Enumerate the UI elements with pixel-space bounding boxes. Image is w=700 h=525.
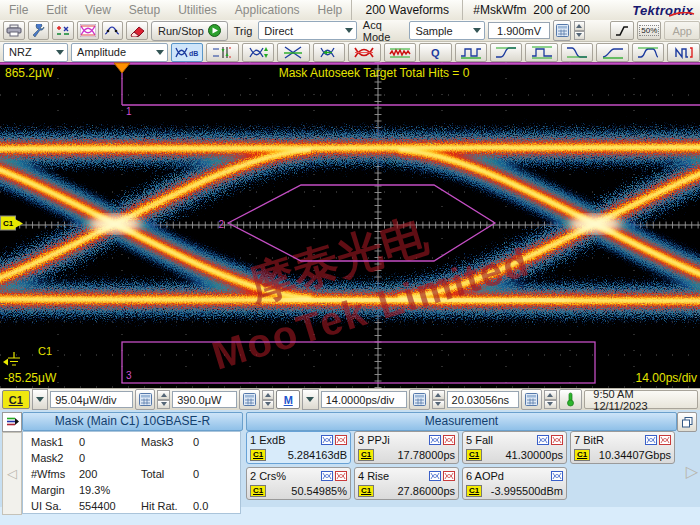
eye-amplitude-button[interactable]: [242, 43, 274, 62]
crossing-percent-button[interactable]: [277, 43, 309, 62]
horizontal-position-keypad-button[interactable]: [521, 389, 542, 410]
print-button[interactable]: [3, 21, 25, 40]
slope-button[interactable]: [610, 21, 634, 40]
eye-stat-red-icon[interactable]: [659, 435, 671, 445]
acq-mode-value: Sample: [415, 25, 452, 37]
waveform-cursor-button[interactable]: [102, 21, 124, 40]
noise-button[interactable]: [384, 43, 416, 62]
stat-label: UI Sa.: [31, 499, 79, 513]
vertical-scale-keypad-button[interactable]: [135, 389, 156, 410]
measurement-cell-ppji[interactable]: 3 PPJi C117.78000ps: [354, 431, 459, 464]
menu-setup[interactable]: Setup: [120, 3, 169, 17]
measurement-cell-fall[interactable]: 5 Fall C141.30000ps: [462, 431, 567, 464]
measurement-cell-aopd[interactable]: 6 AOPd C1-3.995500dBm: [462, 467, 567, 500]
eye-stat-red-icon[interactable]: [443, 435, 455, 445]
eye-stat-blue-icon[interactable]: [429, 471, 441, 481]
menu-utilities[interactable]: Utilities: [169, 3, 226, 17]
fall-edge-icon: [566, 46, 588, 59]
signal-type-dropdown[interactable]: NRZ: [3, 43, 68, 62]
overshoot-button[interactable]: [596, 43, 628, 62]
extinction-ratio-db-button[interactable]: dB: [171, 43, 203, 62]
horizontal-scale-field[interactable]: 14.0000ps/div: [321, 391, 407, 408]
jitter-pp-button[interactable]: [455, 43, 487, 62]
measurement-cell-rise[interactable]: 4 Rise C127.86000ps: [354, 467, 459, 500]
app-button[interactable]: App: [664, 21, 700, 40]
eye-stat-blue-icon[interactable]: [321, 435, 333, 445]
measurement-name: 2 Crs%: [250, 470, 286, 482]
waveform-display[interactable]: 摩泰光电 MooTek Limited 1 2 3: [0, 62, 700, 388]
calculator-icon: [556, 24, 569, 37]
chevron-right-icon: ▷: [686, 463, 698, 480]
panel-menu-button[interactable]: [2, 412, 22, 432]
eye-width-button[interactable]: [313, 43, 345, 62]
trigger-level-field[interactable]: 1.900mV: [488, 22, 550, 39]
measurement-cell-crs[interactable]: 2 Crs% C150.54985%: [246, 467, 351, 500]
menu-view[interactable]: View: [76, 3, 120, 17]
horizontal-position-field[interactable]: 20.03056ns: [447, 391, 520, 408]
clear-button[interactable]: [126, 21, 148, 40]
trigger-label: Trig: [231, 25, 256, 37]
horizontal-scale-stepper[interactable]: [432, 390, 445, 409]
vertical-offset-stepper[interactable]: [262, 390, 275, 409]
eye-stat-blue-icon[interactable]: [429, 435, 441, 445]
wrench-icon: [31, 24, 45, 37]
horizontal-position-stepper[interactable]: [544, 390, 557, 409]
chevron-down-icon: [306, 397, 314, 402]
eye-stat-blue-icon[interactable]: [551, 471, 563, 481]
printer-icon: [6, 24, 22, 37]
horizontal-scale-keypad-button[interactable]: [409, 389, 430, 410]
crossing-level-button[interactable]: [206, 43, 238, 62]
eye-stat-blue-icon[interactable]: [645, 435, 657, 445]
measurement-name: 7 BitR: [574, 434, 604, 446]
keypad-button[interactable]: [553, 20, 571, 41]
trigger-source-dropdown[interactable]: Direct: [258, 21, 356, 40]
mask-panel-header[interactable]: Mask (Main C1) 10GBASE-R: [22, 412, 243, 431]
timebase-dropdown-button[interactable]: [302, 389, 319, 410]
acq-mode-dropdown[interactable]: Sample: [409, 21, 485, 40]
eye-stat-red-icon[interactable]: [335, 471, 347, 481]
panel-next-button[interactable]: ▷: [686, 462, 698, 481]
crossing-line-icon: [283, 46, 303, 59]
flat-top-button[interactable]: [632, 43, 664, 62]
measure-category-dropdown[interactable]: Amplitude: [71, 43, 168, 62]
menu-file[interactable]: File: [0, 3, 37, 17]
math-button[interactable]: [52, 21, 74, 40]
setup-button[interactable]: [28, 21, 50, 40]
red-noise-icon: [389, 46, 411, 59]
eye-stat-blue-icon[interactable]: [321, 471, 333, 481]
menu-applications[interactable]: Applications: [226, 3, 309, 17]
mask-test-button[interactable]: [77, 21, 99, 40]
vertical-offset-field[interactable]: 390.0μW: [172, 391, 237, 408]
eye-stat-red-icon[interactable]: [443, 471, 455, 481]
measurement-cell-bitr[interactable]: 7 BitR C110.34407Gbps: [570, 431, 675, 464]
run-stop-button[interactable]: Run/Stop: [151, 21, 228, 41]
panel-prev-button[interactable]: ◁: [2, 432, 22, 515]
run-stop-label: Run/Stop: [158, 25, 204, 37]
set-to-50-button[interactable]: 50%: [637, 21, 661, 40]
fall-time-button[interactable]: [561, 43, 593, 62]
nrz-window-button[interactable]: [667, 43, 699, 62]
pulse-width-button[interactable]: [525, 43, 557, 62]
trigger-marker-icon[interactable]: [114, 63, 130, 73]
vertical-offset-keypad-button[interactable]: [239, 389, 260, 410]
eye-stat-blue-icon[interactable]: [537, 435, 549, 445]
q-factor-button[interactable]: Q: [419, 43, 451, 62]
rise-time-button[interactable]: [490, 43, 522, 62]
eye-stat-red-icon[interactable]: [335, 435, 347, 445]
vertical-scale-stepper[interactable]: [157, 390, 170, 409]
trigger-level-stepper[interactable]: [574, 21, 585, 40]
panel-restore-button[interactable]: [677, 412, 697, 432]
measurement-panel-header[interactable]: Measurement: [246, 412, 677, 431]
menu-edit[interactable]: Edit: [37, 3, 76, 17]
timebase-button[interactable]: M: [276, 390, 300, 409]
vertical-scale-field[interactable]: 95.04μW/div: [50, 391, 133, 408]
eye-stat-red-icon[interactable]: [551, 435, 563, 445]
channel-label: C1: [38, 345, 52, 357]
channel-button[interactable]: C1: [2, 390, 30, 409]
mask-hits-button[interactable]: [348, 43, 380, 62]
menu-help[interactable]: Help: [309, 3, 352, 17]
calculator-icon: [413, 393, 426, 406]
measurement-cell-exdb[interactable]: 1 ExdB C15.284163dB: [246, 431, 351, 464]
channel-dropdown-button[interactable]: [32, 389, 49, 410]
temperature-button[interactable]: [559, 389, 583, 410]
